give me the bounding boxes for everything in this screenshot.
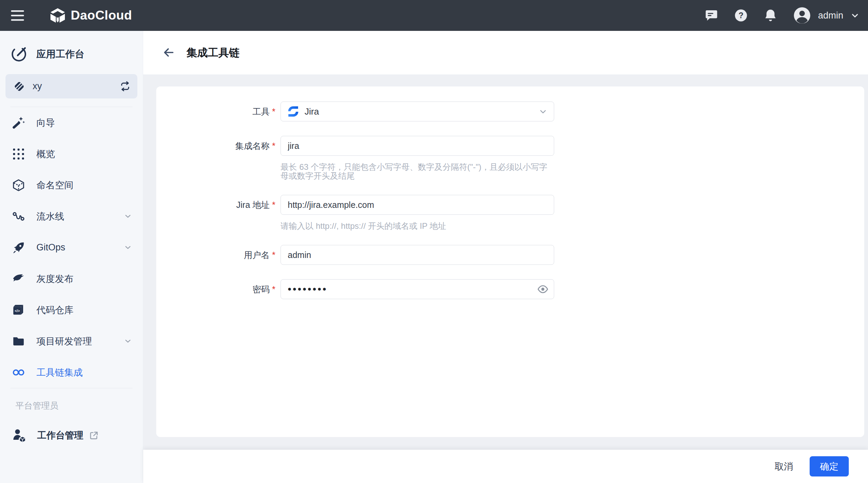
sidebar-item-label: 工作台管理 <box>37 429 83 441</box>
field-label: 用户名* <box>156 245 275 265</box>
sidebar-item-pipeline[interactable]: 流水线 <box>0 201 143 232</box>
jira-address-input[interactable] <box>281 195 554 215</box>
rocket-icon <box>12 241 25 254</box>
sidebar: 应用工作台 xy <box>0 31 143 483</box>
sidebar-divider <box>10 388 133 388</box>
username-label[interactable]: admin <box>818 10 843 21</box>
select-chevron-icon <box>538 107 548 116</box>
sidebar-item-label: 向导 <box>36 117 55 129</box>
field-label: 集成名称* <box>156 136 275 180</box>
sidebar-item-gray-release[interactable]: 灰度发布 <box>0 263 143 294</box>
screen: DaoCloud ? admin <box>0 0 868 483</box>
sidebar-item-label: 代码仓库 <box>36 304 73 316</box>
sidebar-workspace-header[interactable]: 应用工作台 <box>0 45 143 63</box>
bell-icon[interactable] <box>764 9 777 22</box>
workspace-name: xy <box>33 81 42 92</box>
form-row-name: 集成名称* 最长 63 个字符，只能包含小写字母、数字及分隔符("-")，且必须… <box>156 136 864 180</box>
sidebar-item-workbench-admin[interactable]: 工作台管理 <box>0 428 143 443</box>
chevron-down-icon <box>124 212 132 220</box>
sidebar-item-label: 命名空间 <box>36 179 73 191</box>
cube-icon <box>12 179 25 192</box>
daocloud-logo-icon <box>49 7 66 24</box>
code-repo-icon: </> <box>12 304 25 317</box>
required-mark: * <box>272 200 275 210</box>
sidebar-section-label: 平台管理员 <box>15 400 143 411</box>
sidebar-item-label: 项目研发管理 <box>36 335 92 347</box>
field-hint: 请输入以 http://, https:// 开头的域名或 IP 地址 <box>281 222 554 231</box>
required-mark: * <box>272 284 275 294</box>
menu-icon[interactable] <box>11 10 24 21</box>
bird-icon <box>12 272 25 285</box>
svg-text:?: ? <box>739 11 743 20</box>
folder-icon <box>12 335 25 348</box>
username-input[interactable] <box>281 245 554 265</box>
form-row-username: 用户名* <box>156 245 864 265</box>
required-mark: * <box>272 141 275 151</box>
jira-logo-icon <box>287 105 299 118</box>
sidebar-item-label: 工具链集成 <box>36 366 83 379</box>
chevron-down-icon[interactable] <box>850 11 860 20</box>
form-card: 工具* Jira <box>156 86 864 437</box>
back-button[interactable] <box>161 45 176 60</box>
help-icon[interactable]: ? <box>734 9 748 22</box>
chevron-down-icon <box>124 244 132 251</box>
action-footer: 取消 确定 <box>143 450 868 483</box>
sidebar-item-label: 概览 <box>36 148 55 160</box>
switch-workspace-icon[interactable] <box>120 81 130 92</box>
password-input[interactable] <box>281 279 554 299</box>
avatar-icon[interactable] <box>793 7 811 24</box>
required-mark: * <box>272 107 275 116</box>
content-area: 工具* Jira <box>143 74 868 450</box>
top-bar-left: DaoCloud <box>11 7 132 24</box>
page-header: 集成工具链 <box>143 31 868 74</box>
top-bar-right: ? admin <box>705 7 860 24</box>
eye-icon[interactable] <box>537 283 549 295</box>
svg-text:</>: </> <box>15 309 20 313</box>
cancel-button[interactable]: 取消 <box>772 457 796 476</box>
sidebar-item-project-rd[interactable]: 项目研发管理 <box>0 326 143 357</box>
confirm-button[interactable]: 确定 <box>810 456 849 476</box>
user-menu[interactable]: admin <box>793 7 860 24</box>
sidebar-item-label: GitOps <box>36 242 65 253</box>
top-bar: DaoCloud ? admin <box>0 0 868 31</box>
sidebar-item-gitops[interactable]: GitOps <box>0 232 143 263</box>
infinity-icon <box>12 367 25 377</box>
sidebar-item-label: 流水线 <box>36 210 64 223</box>
form-row-password: 密码* <box>156 279 864 299</box>
sidebar-item-overview[interactable]: 概览 <box>0 138 143 169</box>
workspace-diamond-icon <box>13 81 25 92</box>
field-label: Jira 地址* <box>156 195 275 231</box>
brand-name: DaoCloud <box>71 8 132 23</box>
person-cube-icon <box>12 428 26 443</box>
workbench-icon <box>11 46 27 62</box>
workspace-label: 应用工作台 <box>36 48 84 61</box>
wand-icon <box>12 116 25 129</box>
sidebar-item-code-repo[interactable]: </> 代码仓库 <box>0 294 143 326</box>
field-hint: 最长 63 个字符，只能包含小写字母、数字及分隔符("-")，且必须以小写字母或… <box>281 163 554 180</box>
form-row-tool: 工具* Jira <box>156 102 864 121</box>
tool-select[interactable]: Jira <box>281 102 554 121</box>
chevron-down-icon <box>124 337 132 345</box>
sidebar-nav: 向导 概览 <box>0 107 143 388</box>
required-mark: * <box>272 250 275 260</box>
tool-select-value: Jira <box>305 106 319 117</box>
sidebar-item-namespace[interactable]: 命名空间 <box>0 169 143 201</box>
page-title: 集成工具链 <box>186 46 240 60</box>
sidebar-item-label: 灰度发布 <box>36 273 73 285</box>
external-link-icon <box>89 431 99 440</box>
chat-icon[interactable] <box>705 9 718 22</box>
sidebar-item-toolchain[interactable]: 工具链集成 <box>0 357 143 388</box>
grid-icon <box>12 148 25 161</box>
integration-name-input[interactable] <box>281 136 554 156</box>
field-label: 工具* <box>156 102 275 121</box>
pipeline-icon <box>12 210 25 223</box>
main-area: 集成工具链 工具* <box>143 31 868 483</box>
field-label: 密码* <box>156 279 275 299</box>
sidebar-item-wizard[interactable]: 向导 <box>0 107 143 138</box>
workspace-switcher[interactable]: xy <box>5 74 137 98</box>
form-row-address: Jira 地址* 请输入以 http://, https:// 开头的域名或 I… <box>156 195 864 231</box>
